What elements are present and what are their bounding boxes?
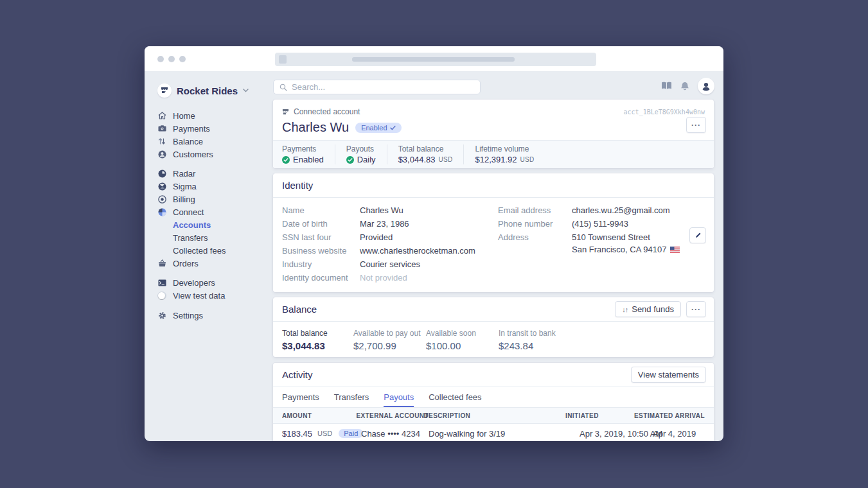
tab-collected-fees[interactable]: Collected fees	[429, 387, 481, 407]
account-switcher[interactable]: Rocket Rides	[157, 82, 273, 99]
tab-payments[interactable]: Payments	[282, 387, 319, 407]
home-icon	[157, 112, 166, 119]
address-bar[interactable]	[275, 53, 596, 66]
col-header-description: DESCRIPTION	[423, 412, 565, 419]
search-placeholder: Search...	[292, 82, 325, 92]
balance-stat-available-soon: Available soon $100.00	[426, 328, 476, 351]
payout-currency: USD	[317, 430, 332, 437]
sidebar-item-customers[interactable]: Customers	[157, 148, 273, 161]
balance-stat-in-transit: In transit to bank $243.84	[499, 328, 556, 351]
sidebar-item-label: Radar	[173, 169, 195, 179]
pencil-icon	[695, 232, 702, 239]
sidebar-item-settings[interactable]: Settings	[157, 309, 273, 322]
balance-card: Balance ↓↑ Send funds ··· Total balance …	[273, 297, 714, 357]
test-data-toggle[interactable]	[157, 292, 166, 300]
sidebar-item-collected-fees[interactable]: Collected fees	[157, 244, 273, 257]
stat-payments: Payments Enabled	[282, 144, 335, 164]
sidebar-item-label: Billing	[173, 195, 195, 204]
identity-row-dob: Date of birthMar 23, 1986	[282, 220, 475, 229]
activity-tabs: Payments Transfers Payouts Collected fee…	[273, 387, 714, 408]
identity-row-address: Address 510 Townsend Street San Francisc…	[498, 233, 680, 254]
storefront-icon	[157, 83, 172, 98]
check-circle-icon	[346, 156, 354, 164]
send-funds-button[interactable]: ↓↑ Send funds	[615, 301, 681, 317]
window-zoom-button[interactable]	[179, 56, 186, 62]
topbar-icons	[661, 78, 714, 94]
sidebar-item-label: Customers	[173, 150, 213, 159]
connect-icon	[157, 208, 166, 216]
view-statements-button[interactable]: View statements	[631, 367, 706, 383]
identity-row-industry: IndustryCourier services	[282, 260, 475, 269]
balance-stats: Total balance $3,044.83 Available to pay…	[273, 322, 714, 357]
sidebar-item-balance[interactable]: Balance	[157, 135, 273, 148]
developers-icon	[157, 279, 166, 286]
identity-row-website: Business websitewww.charlestherocketman.…	[282, 247, 475, 256]
identity-row-name: NameCharles Wu	[282, 206, 475, 215]
identity-left-column: NameCharles Wu Date of birthMar 23, 1986…	[282, 206, 475, 287]
sidebar-item-orders[interactable]: Orders	[157, 257, 273, 270]
browser-window: Rocket Rides Home Payments Balance	[145, 46, 723, 441]
col-header-external-account: EXTERNAL ACCOUNT	[356, 412, 423, 419]
table-row[interactable]: $183.45 USD Paid Chase •••• 4234 Dog-wal…	[273, 424, 714, 441]
sidebar-item-label: Collected fees	[173, 246, 226, 256]
sidebar-item-view-test-data[interactable]: View test data	[157, 289, 273, 302]
tab-payouts[interactable]: Payouts	[384, 387, 414, 407]
desktop-background: { "colors": { "accent": "#5469d4", "gree…	[0, 0, 868, 488]
account-id: acct_1BLeT8G9Xkh4w0nw	[624, 109, 705, 116]
balance-more-button[interactable]: ···	[686, 301, 706, 317]
account-more-button[interactable]: ···	[686, 117, 706, 133]
col-header-amount: AMOUNT	[282, 412, 356, 419]
check-icon	[390, 125, 396, 130]
sidebar-item-label: Home	[173, 111, 195, 121]
sigma-icon	[157, 182, 166, 191]
sidebar-item-billing[interactable]: Billing	[157, 193, 273, 205]
payments-icon	[157, 125, 166, 132]
stat-total-balance: Total balance $3,044.83 USD	[387, 144, 464, 164]
payout-initiated: Apr 3, 2019, 10:50 AM	[580, 429, 653, 439]
payout-amount: $183.45	[282, 429, 312, 439]
sidebar-item-payments[interactable]: Payments	[157, 122, 273, 135]
app-shell: Rocket Rides Home Payments Balance	[145, 72, 723, 441]
identity-right-column: Email addresscharles.wu.25@gmail.com Pho…	[498, 206, 680, 259]
account-name: Charles Wu	[282, 120, 349, 135]
sidebar-item-sigma[interactable]: Sigma	[157, 180, 273, 193]
activity-card: Activity View statements Payments Transf…	[273, 363, 714, 441]
browser-titlebar	[145, 46, 723, 72]
edit-identity-button[interactable]	[689, 227, 706, 243]
stat-payouts: Payouts Daily	[335, 144, 387, 164]
window-minimize-button[interactable]	[168, 56, 175, 62]
sidebar-item-radar[interactable]: Radar	[157, 167, 273, 180]
window-close-button[interactable]	[157, 56, 164, 62]
main-content: Search... Connected account ac	[273, 72, 723, 441]
sidebar: Rocket Rides Home Payments Balance	[145, 72, 273, 441]
sidebar-item-label: Payments	[173, 124, 210, 134]
us-flag-icon	[670, 247, 680, 253]
identity-card: Identity NameCharles Wu Date of birthMar…	[273, 173, 714, 292]
identity-row-email: Email addresscharles.wu.25@gmail.com	[498, 206, 680, 215]
sidebar-item-label: Accounts	[173, 220, 211, 230]
notifications-bell-icon[interactable]	[680, 82, 689, 91]
identity-row-document: Identity documentNot provided	[282, 274, 475, 283]
sidebar-item-developers[interactable]: Developers	[157, 276, 273, 289]
person-icon	[701, 81, 711, 91]
url-placeholder	[352, 57, 515, 62]
connected-account-card: Connected account acct_1BLeT8G9Xkh4w0nw …	[273, 100, 714, 168]
balance-stat-available-payout: Available to pay out $2,700.99	[353, 328, 421, 351]
sidebar-item-accounts[interactable]: Accounts	[157, 218, 273, 231]
search-input[interactable]: Search...	[273, 80, 481, 94]
user-avatar[interactable]	[698, 78, 714, 94]
payout-status-badge: Paid	[339, 429, 363, 438]
section-title: Activity	[282, 369, 313, 380]
radar-icon	[157, 170, 166, 178]
sidebar-item-connect[interactable]: Connect	[157, 205, 273, 218]
sidebar-nav: Home Payments Balance Customers Radar	[157, 109, 273, 322]
send-funds-arrows-icon: ↓↑	[622, 306, 628, 313]
sidebar-item-home[interactable]: Home	[157, 109, 273, 122]
table-header-row: AMOUNT EXTERNAL ACCOUNT DESCRIPTION INIT…	[273, 408, 714, 424]
object-kind-label: Connected account	[294, 107, 360, 116]
tab-transfers[interactable]: Transfers	[334, 387, 369, 407]
brand-name: Rocket Rides	[177, 85, 238, 96]
docs-book-icon[interactable]	[661, 82, 672, 91]
sidebar-item-transfers[interactable]: Transfers	[157, 231, 273, 244]
identity-row-phone: Phone number(415) 511-9943	[498, 220, 680, 229]
